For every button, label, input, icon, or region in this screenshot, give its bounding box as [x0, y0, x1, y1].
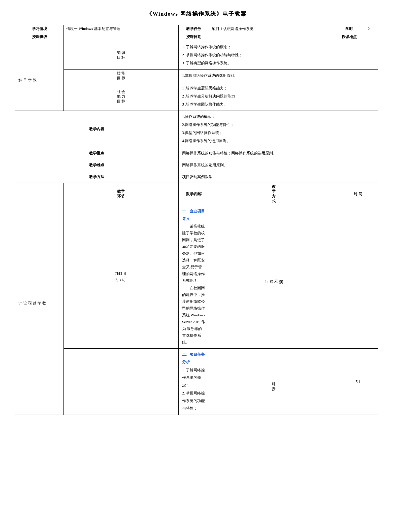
process-step-2-label	[64, 349, 179, 415]
content-item-3: 3.典型的网络操作系统；	[182, 129, 374, 137]
content-teaching: 1.操作系统的概念； 2.网络操作系统的功能与特性； 3.典型的网络操作系统； …	[178, 111, 378, 147]
label-method: 教学方法	[15, 171, 179, 183]
row-learning-context: 学习情境 情境一 Windows 基本配置与管理 教学任务 项目 1 认识网络操…	[15, 25, 378, 33]
social-item-3: 3 .培养学生团队协作能力。	[182, 101, 374, 108]
row-knowledge: 教学目标 知 识目 标 1. 了解网络操作系统的概念； 2. 掌握网络操作系统的…	[15, 41, 378, 70]
row-key-points: 教学重点 网络操作系统的功能与特性；网络操作系统的选用原则。	[15, 147, 378, 159]
label-skill: 技 能目 标	[64, 70, 179, 82]
row-process-header: 教学过程设计 教学 环节 教学内容 教 学 方 式 时 间	[15, 183, 378, 205]
label-process-main: 教学过程设计	[15, 183, 64, 415]
label-key-points: 教学重点	[15, 147, 179, 159]
label-location: 授课地点	[338, 33, 360, 41]
process-method-2: 讲 授	[209, 349, 338, 415]
row-method: 教学方法 项目驱动案例教学	[15, 171, 378, 183]
label-difficult-points: 教学难点	[15, 159, 179, 171]
label-learning-context: 学习情境	[15, 25, 64, 33]
content-skill: 1.掌握网络操作系统的选用原则。	[178, 70, 378, 82]
value-hours: 2	[360, 25, 378, 33]
content-item-4: 4.网络操作系统的选用原则。	[182, 137, 374, 145]
process-col2-header: 教学内容	[178, 183, 209, 205]
content-item-2: 2.网络操作系统的功能与特性；	[182, 121, 374, 128]
value-location	[360, 33, 378, 41]
process-step-1-label: 项目 导 入（L）	[64, 205, 179, 349]
process-row-2: 二、项目任务分析 1. 了解网络操作系统的概念； 2. 掌握网络操作系统的功能与…	[15, 349, 378, 415]
content-difficult-points: 网络操作系统的选用原则。	[178, 159, 378, 171]
process-time-2: 5'1	[338, 349, 378, 415]
value-date	[209, 33, 338, 41]
process-time-1	[338, 205, 378, 349]
content-key-points: 网络操作系统的功能与特性；网络操作系统的选用原则。	[178, 147, 378, 159]
process-method-1: 演 示 提 问	[209, 205, 338, 349]
process-content-1-p1: 某高校组建了学校的校园网，购进了满足需要的服务器。但如何选择一种既安全又 易于管…	[182, 223, 206, 284]
value-task: 项目 1 认识网络操作系统	[209, 25, 338, 33]
knowledge-item-1: 1. 了解网络操作系统的概念；	[182, 43, 374, 51]
process-col1-header: 教学 环节	[64, 183, 179, 205]
content-social: 1 .培养学生逻辑思维能力； 2 .培养学生分析解决问题的能力； 3 .培养学生…	[178, 82, 378, 111]
value-class	[64, 33, 179, 41]
row-class: 授课班级 授课日期 授课地点	[15, 33, 378, 41]
label-social: 社 会能 力目 标	[64, 82, 179, 111]
process-step-2-content: 二、项目任务分析 1. 了解网络操作系统的概念； 2. 掌握网络操作系统的功能与…	[178, 349, 209, 415]
content-item-1: 1.操作系统的概念；	[182, 113, 374, 120]
social-item-2: 2 .培养学生分析解决问题的能力；	[182, 92, 374, 100]
skill-item-1: 1.掌握网络操作系统的选用原则。	[182, 72, 374, 79]
knowledge-item-3: 3. 了解典型的网络操作系统。	[182, 59, 374, 67]
process-content-2-p2: 2. 掌握网络操作系统的功能与特性；	[182, 389, 206, 412]
process-content-1-p2: 在校园网的建设中，推荐使用微软公司的网络操作系统 Windows Server …	[182, 285, 206, 346]
process-col4-header: 时 间	[338, 183, 378, 205]
main-table: 学习情境 情境一 Windows 基本配置与管理 教学任务 项目 1 认识网络操…	[15, 25, 378, 415]
value-context: 情境一 Windows 基本配置与管理	[64, 25, 179, 33]
label-hours: 学时	[338, 25, 360, 33]
social-item-1: 1 .培养学生逻辑思维能力；	[182, 84, 374, 92]
content-knowledge: 1. 了解网络操作系统的概念； 2. 掌握网络操作系统的功能与特性； 3. 了解…	[178, 41, 378, 70]
process-col3-header: 教 学 方 式	[209, 183, 338, 205]
process-heading-2: 二、项目任务分析	[182, 351, 206, 366]
page-title: 《Windows 网络操作系统》电子教案	[15, 10, 378, 18]
process-step-1-content: 一、企业项目导入 某高校组建了学校的校园网，购进了满足需要的服务器。但如何选择一…	[178, 205, 209, 349]
label-objectives-main: 教学目标	[15, 41, 64, 111]
content-method: 项目驱动案例教学	[178, 171, 378, 183]
label-teaching-content: 教学内容	[15, 111, 179, 147]
row-skill: 技 能目 标 1.掌握网络操作系统的选用原则。	[15, 70, 378, 82]
label-class: 授课班级	[15, 33, 64, 41]
label-date: 授课日期	[178, 33, 209, 41]
process-heading-1: 一、企业项目导入	[182, 207, 206, 222]
process-content-2-p1: 1. 了解网络操作系统的概念；	[182, 366, 206, 389]
row-social: 社 会能 力目 标 1 .培养学生逻辑思维能力； 2 .培养学生分析解决问题的能…	[15, 82, 378, 111]
row-teaching-content: 教学内容 1.操作系统的概念； 2.网络操作系统的功能与特性； 3.典型的网络操…	[15, 111, 378, 147]
label-knowledge: 知 识目 标	[64, 41, 179, 70]
row-difficult-points: 教学难点 网络操作系统的选用原则。	[15, 159, 378, 171]
process-row-1: 项目 导 入（L） 一、企业项目导入 某高校组建了学校的校园网，购进了满足需要的…	[15, 205, 378, 349]
label-task: 教学任务	[178, 25, 209, 33]
knowledge-item-2: 2. 掌握网络操作系统的功能与特性；	[182, 51, 374, 59]
